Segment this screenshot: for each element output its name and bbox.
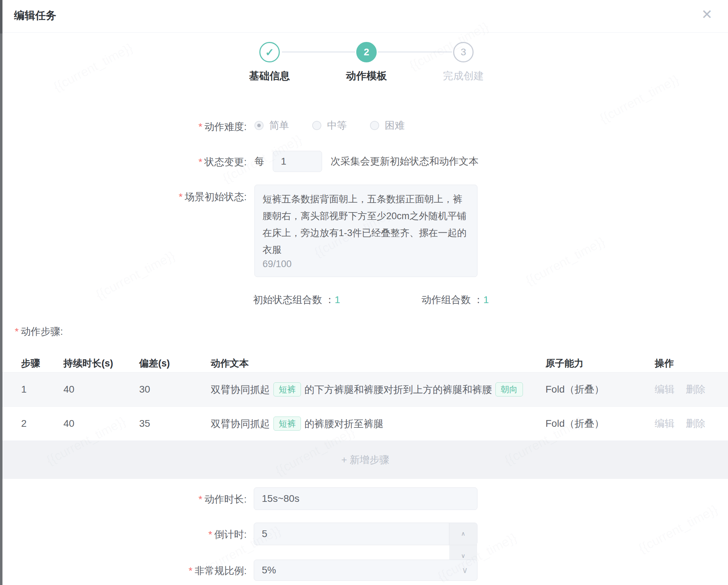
duration-input[interactable]: 15s~80s (254, 487, 477, 510)
step-2-circle: 2 (356, 42, 377, 62)
col-duration: 持续时长(s) (63, 357, 139, 370)
cell-duration: 40 (63, 418, 139, 429)
dialog-title: 编辑任务 (14, 8, 56, 23)
state-change-prefix: 每 (254, 155, 264, 168)
number-spinner: ∧ ∨ (449, 523, 477, 545)
unusual-ratio-label: *非常规比例: (14, 564, 247, 578)
col-action-text: 动作文本 (211, 357, 545, 370)
select-chevron-down-icon: ∨ (462, 560, 468, 580)
action-text: 的下方裤腿和裤腰对折到上方的裤腿和裤腰 (304, 384, 492, 395)
cell-deviation: 35 (139, 418, 211, 429)
step-3-number: 3 (461, 47, 466, 58)
step-3-label: 完成创建 (421, 69, 506, 83)
col-deviation: 偏差(s) (139, 357, 211, 370)
cell-deviation: 30 (139, 384, 211, 395)
step-1-circle: ✓ (259, 42, 280, 62)
col-step: 步骤 (21, 357, 63, 370)
radio-difficulty-0[interactable]: 简单 (254, 119, 289, 132)
scene-init-text: 短裤五条数据背面朝上，五条数据正面朝上，裤腰朝右，离头部视野下方至少20cm之外… (263, 191, 469, 258)
edit-link[interactable]: 编辑 (655, 383, 674, 396)
difficulty-radio-group: 简单中等困难 (254, 119, 405, 132)
step-1-label: 基础信息 (227, 69, 312, 83)
watermark-text: {{current_time}} (93, 248, 178, 302)
radio-difficulty-2[interactable]: 困难 (370, 119, 405, 132)
step-3-circle: 3 (453, 42, 474, 62)
table-row: 24035双臂协同抓起短裤的裤腰对折至裤腿Fold（折叠）编辑删除 (2, 407, 728, 441)
object-tag: 短裤 (273, 382, 301, 396)
delete-link[interactable]: 删除 (686, 383, 705, 396)
chevron-up-icon: ∧ (461, 523, 465, 545)
page-edge-strip (0, 0, 2, 585)
countdown-label: *倒计时: (14, 528, 247, 541)
init-combo-count: 初始状态组合数 ：1 (253, 293, 340, 307)
col-operation: 操作 (655, 357, 728, 370)
duration-label: *动作时长: (14, 493, 247, 506)
radio-circle-icon (370, 121, 379, 130)
cell-actions: 编辑删除 (655, 417, 728, 430)
cell-ability: Fold（折叠） (545, 417, 655, 430)
char-counter: 69/100 (263, 255, 292, 272)
stepper-connector-2 (378, 51, 452, 53)
init-combo-value: 1 (335, 294, 340, 305)
action-combo-count: 动作组合数 ：1 (421, 293, 489, 307)
watermark-text: {{current_time}} (636, 502, 720, 556)
watermark-text: {{current_time}} (597, 72, 681, 126)
cell-actions: 编辑删除 (655, 383, 728, 396)
radio-label: 简单 (269, 119, 289, 132)
watermark-text: {{current_time}} (51, 40, 135, 94)
action-text: 双臂协同抓起 (211, 384, 270, 395)
scene-init-textarea[interactable]: 短裤五条数据背面朝上，五条数据正面朝上，裤腰朝右，离头部视野下方至少20cm之外… (254, 185, 477, 277)
radio-label: 困难 (385, 119, 405, 132)
cell-duration: 40 (63, 384, 139, 395)
action-text: 双臂协同抓起 (211, 418, 270, 429)
action-steps-table: 步骤 持续时长(s) 偏差(s) 动作文本 原子能力 操作 14030双臂协同抓… (2, 354, 728, 479)
object-tag: 短裤 (273, 417, 301, 431)
delete-link[interactable]: 删除 (686, 417, 705, 430)
action-text: 的裤腰对折至裤腿 (304, 418, 383, 429)
stepper-connector-1 (282, 51, 355, 53)
radio-label: 中等 (327, 119, 347, 132)
add-step-button[interactable]: + 新增步骤 (2, 441, 728, 479)
scene-init-label: *场景初始状态: (14, 190, 247, 204)
difficulty-label: *动作难度: (14, 120, 247, 134)
step-2-label: 动作模板 (324, 69, 409, 83)
watermark-text: {{current_time}} (407, 19, 491, 73)
edit-link[interactable]: 编辑 (655, 417, 674, 430)
state-change-suffix: 次采集会更新初始状态和动作文本 (331, 155, 479, 168)
close-icon[interactable]: ✕ (701, 8, 712, 21)
check-icon: ✓ (265, 46, 274, 58)
table-header-row: 步骤 持续时长(s) 偏差(s) 动作文本 原子能力 操作 (2, 354, 728, 372)
step-2-number: 2 (364, 47, 369, 58)
required-mark: * (198, 121, 202, 132)
unusual-ratio-select[interactable]: 5% ∨ (254, 560, 477, 581)
countdown-input[interactable]: 5 ∧ ∨ (254, 523, 477, 545)
radio-difficulty-1[interactable]: 中等 (312, 119, 347, 132)
cell-step: 1 (21, 384, 63, 395)
cell-action-text: 双臂协同抓起短裤的裤腰对折至裤腿 (211, 417, 545, 431)
cell-ability: Fold（折叠） (545, 383, 655, 396)
action-steps-label: *动作步骤: (15, 325, 63, 338)
radio-circle-icon (254, 121, 264, 130)
header-divider (2, 32, 728, 33)
watermark-text: {{current_time}} (523, 234, 607, 288)
state-change-label: *状态变更: (14, 155, 247, 169)
cell-action-text: 双臂协同抓起短裤的下方裤腿和裤腰对折到上方的裤腿和裤腰朝向 (211, 382, 545, 396)
state-change-row: 每 1 次采集会更新初始状态和动作文本 (254, 151, 479, 172)
object-tag: 朝向 (495, 382, 523, 396)
table-row: 14030双臂协同抓起短裤的下方裤腿和裤腰对折到上方的裤腿和裤腰朝向Fold（折… (2, 372, 728, 407)
spinner-up-button[interactable]: ∧ (449, 523, 477, 545)
cell-step: 2 (21, 418, 63, 429)
radio-circle-icon (312, 121, 321, 130)
action-combo-value: 1 (483, 294, 489, 305)
state-change-input[interactable]: 1 (273, 151, 322, 172)
col-ability: 原子能力 (545, 357, 655, 370)
